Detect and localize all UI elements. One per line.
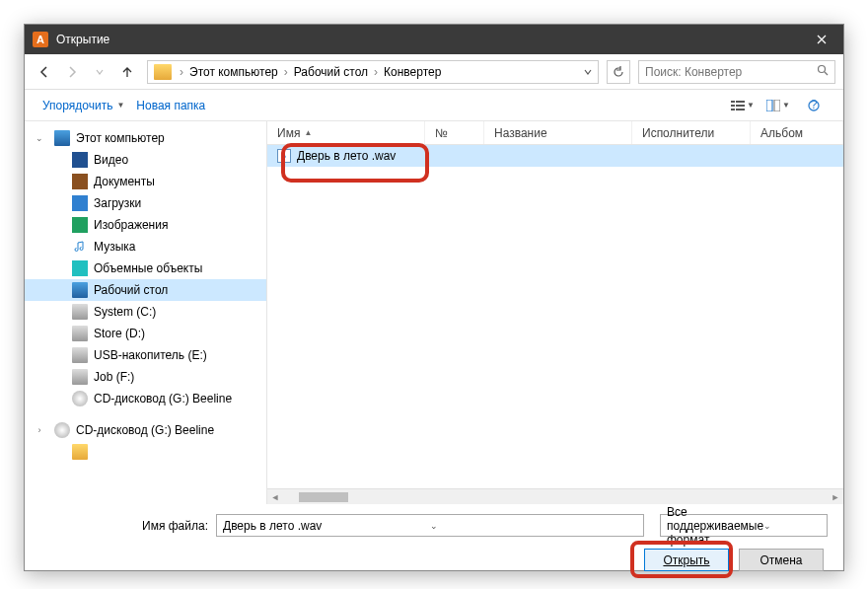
file-name: Дверь в лето .wav	[297, 149, 396, 163]
tree-drive-f[interactable]: Job (F:)	[25, 366, 266, 388]
tree-drive-c[interactable]: System (C:)	[25, 301, 266, 323]
horizontal-scrollbar[interactable]: ◄ ►	[267, 488, 843, 504]
search-box[interactable]	[638, 60, 835, 84]
col-artists[interactable]: Исполнители	[632, 121, 751, 144]
tree-drive-e[interactable]: USB-накопитель (E:)	[25, 344, 266, 366]
drive-icon	[72, 304, 88, 320]
col-title[interactable]: Название	[484, 121, 632, 144]
help-button[interactable]: ?	[796, 95, 832, 116]
crumb-pc[interactable]: Этот компьютер	[187, 65, 280, 79]
tree-documents[interactable]: Документы	[25, 171, 266, 192]
svg-rect-1	[731, 101, 735, 103]
refresh-button[interactable]	[607, 60, 630, 84]
title-bar: A Открытие	[25, 25, 843, 54]
column-headers: Имя▲ № Название Исполнители Альбом	[267, 121, 843, 145]
organize-label: Упорядочить	[42, 99, 112, 112]
file-type-filter[interactable]: Все поддерживаемые формат ⌄	[660, 514, 828, 537]
filename-combo[interactable]: Дверь в лето .wav ⌄	[216, 514, 644, 537]
back-button[interactable]	[33, 60, 56, 84]
nav-row: › Этот компьютер › Рабочий стол › Конвер…	[25, 54, 843, 90]
chevron-right-icon: ›	[284, 65, 288, 79]
preview-pane-button[interactable]: ▼	[760, 95, 796, 116]
video-icon	[72, 152, 88, 168]
svg-rect-3	[731, 105, 735, 107]
svg-point-0	[819, 66, 826, 73]
breadcrumb-dropdown[interactable]	[584, 65, 592, 79]
window-title: Открытие	[56, 33, 800, 46]
filename-label: Имя файла:	[40, 519, 208, 533]
search-input[interactable]	[645, 65, 817, 79]
open-button[interactable]: Открыть	[644, 549, 729, 571]
tree-downloads[interactable]: Загрузки	[25, 192, 266, 214]
cube-icon	[72, 260, 88, 276]
close-icon	[817, 35, 827, 44]
filename-value: Дверь в лето .wav	[223, 519, 430, 533]
tree-videos[interactable]: Видео	[25, 149, 266, 171]
tree-drive-d[interactable]: Store (D:)	[25, 323, 266, 344]
crumb-desktop[interactable]: Рабочий стол	[292, 65, 370, 79]
crumb-folder[interactable]: Конвертер	[382, 65, 443, 79]
chevron-down-icon[interactable]: ⌄	[430, 521, 637, 531]
new-folder-button[interactable]: Новая папка	[130, 95, 211, 116]
tree-subfolder[interactable]	[25, 441, 266, 463]
tree-images[interactable]: Изображения	[25, 214, 266, 236]
refresh-icon	[613, 66, 624, 78]
button-row: Открыть Отмена	[40, 549, 828, 571]
tree-this-pc[interactable]: ⌄Этот компьютер	[25, 127, 266, 149]
new-folder-label: Новая папка	[136, 99, 205, 112]
tree-drive-g[interactable]: CD-дисковод (G:) Beeline	[25, 388, 266, 409]
bottom-panel: Имя файла: Дверь в лето .wav ⌄ Все подде…	[25, 504, 843, 585]
col-album[interactable]: Альбом	[751, 121, 843, 144]
tree-music[interactable]: Музыка	[25, 236, 266, 258]
tree-desktop[interactable]: Рабочий стол	[25, 279, 266, 301]
chevron-down-icon[interactable]: ⌄	[763, 521, 821, 531]
view-mode-button[interactable]: ▼	[725, 95, 760, 116]
search-icon	[817, 64, 829, 79]
sort-asc-icon: ▲	[304, 128, 312, 137]
up-button[interactable]	[115, 60, 139, 84]
caret-down-icon: ▼	[116, 101, 124, 110]
folder-icon	[72, 444, 88, 460]
nav-tree[interactable]: ⌄Этот компьютер Видео Документы Загрузки…	[25, 121, 267, 504]
pc-icon	[54, 130, 70, 146]
preview-pane-icon	[766, 100, 780, 111]
caret-down-icon: ▼	[782, 101, 790, 110]
downloads-icon	[72, 195, 88, 211]
tree-3d-objects[interactable]: Объемные объекты	[25, 258, 266, 279]
help-icon: ?	[808, 100, 820, 111]
caret-down-icon: ▼	[747, 101, 755, 110]
chevron-right-icon: ›	[180, 65, 183, 79]
scroll-right-icon[interactable]: ►	[828, 492, 843, 502]
usb-drive-icon	[72, 347, 88, 363]
arrow-left-icon	[37, 65, 51, 79]
file-row[interactable]: Дверь в лето .wav	[267, 145, 843, 167]
folder-icon	[154, 64, 172, 80]
breadcrumb[interactable]: › Этот компьютер › Рабочий стол › Конвер…	[147, 60, 599, 84]
recent-dropdown[interactable]	[88, 60, 111, 84]
scroll-thumb[interactable]	[299, 492, 348, 502]
toolbar: Упорядочить ▼ Новая папка ▼ ▼ ?	[25, 90, 843, 121]
forward-button[interactable]	[60, 60, 84, 84]
organize-menu[interactable]: Упорядочить ▼	[36, 95, 130, 116]
svg-rect-5	[731, 109, 735, 110]
collapse-icon[interactable]: ⌄	[35, 133, 44, 143]
svg-rect-7	[766, 100, 772, 111]
cancel-button[interactable]: Отмена	[739, 549, 824, 571]
tree-cd-drive[interactable]: ›CD-дисковод (G:) Beeline	[25, 419, 266, 441]
documents-icon	[72, 174, 88, 189]
svg-rect-2	[736, 101, 745, 103]
chevron-down-icon	[96, 68, 104, 76]
col-number[interactable]: №	[425, 121, 484, 144]
desktop-icon	[72, 282, 88, 298]
svg-rect-8	[774, 100, 780, 111]
cd-drive-icon	[54, 422, 70, 438]
expand-icon[interactable]: ›	[35, 425, 44, 435]
close-button[interactable]	[800, 25, 843, 54]
file-list-pane: Имя▲ № Название Исполнители Альбом Дверь…	[267, 121, 843, 504]
arrow-up-icon	[120, 65, 134, 79]
col-name[interactable]: Имя▲	[267, 121, 425, 144]
svg-rect-4	[736, 105, 745, 107]
images-icon	[72, 217, 88, 233]
scroll-left-icon[interactable]: ◄	[267, 492, 283, 502]
cd-drive-icon	[72, 391, 88, 406]
